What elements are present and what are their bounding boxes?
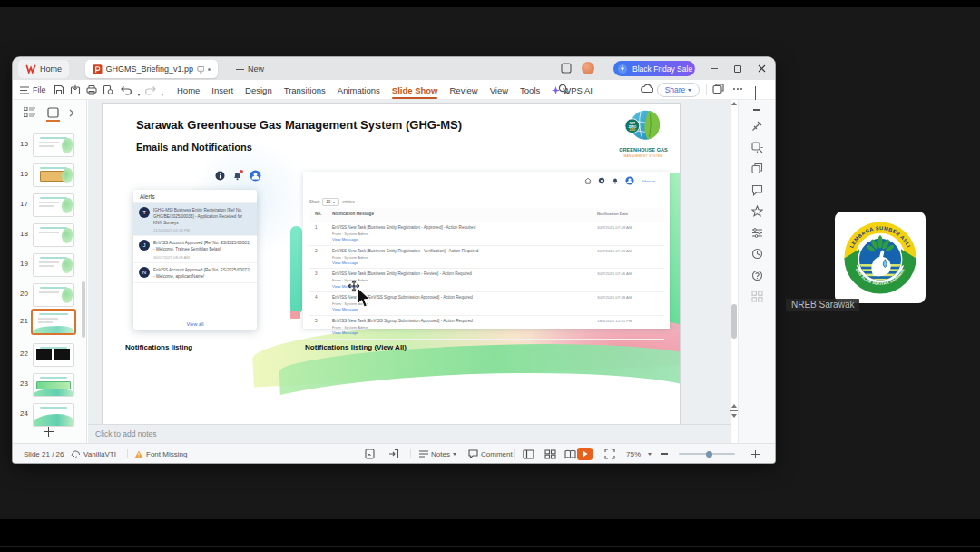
slide-counter[interactable]: Slide 21 / 26	[24, 444, 64, 464]
comment-button[interactable]: Comment	[468, 444, 513, 464]
next-slide-button[interactable]	[731, 414, 737, 418]
task-pane-icon[interactable]	[365, 444, 375, 464]
status-bar: Slide 21 / 26 VanillaVTI Font Missing No…	[13, 443, 775, 463]
warning-icon	[134, 450, 143, 458]
tab-preview-icon[interactable]	[561, 63, 572, 74]
properties-sliders-icon[interactable]	[751, 227, 763, 239]
account-avatar[interactable]	[582, 62, 594, 74]
switch-window-icon[interactable]	[712, 84, 724, 94]
slideshow-play-button[interactable]	[577, 448, 593, 460]
animation-pane-icon[interactable]	[751, 142, 763, 153]
chevron-down-icon	[332, 202, 336, 203]
font-missing-warning[interactable]: Font Missing	[134, 444, 187, 464]
menu-animations[interactable]: Animations	[338, 85, 380, 95]
import-export-icon[interactable]	[388, 444, 399, 464]
slide-thumbnail-19[interactable]: 19	[13, 252, 86, 280]
minimize-button[interactable]	[706, 61, 721, 76]
previous-slide-button[interactable]	[731, 404, 737, 408]
slide-thumbnail-18[interactable]: 18	[13, 222, 86, 250]
document-vertical-scrollbar[interactable]	[731, 100, 737, 424]
document-tab[interactable]: GHGMS_Briefing_v1.pptx	[85, 60, 218, 78]
slide-thumbnail-panel: 15 16 17 18 19 20	[13, 100, 87, 443]
fit-slide-button[interactable]	[604, 444, 615, 464]
slide-21[interactable]: Sarawak Greenhouse Gas Management System…	[102, 103, 681, 424]
notes-toggle-button[interactable]: Notes	[419, 444, 456, 464]
slide-sorter-view-button[interactable]	[544, 444, 556, 464]
output-button[interactable]	[69, 84, 82, 96]
slide-title[interactable]: Sarawak Greenhouse Gas Management System…	[136, 118, 462, 132]
menu-review[interactable]: Review	[449, 85, 477, 95]
undo-button[interactable]	[120, 84, 132, 96]
black-friday-sale-button[interactable]: Black Friday Sale	[613, 61, 695, 76]
menu-design[interactable]: Design	[245, 85, 272, 95]
add-slide-button[interactable]	[40, 425, 56, 438]
collapse-pane-icon[interactable]	[753, 109, 760, 111]
slide-thumbnail-15[interactable]: 15	[13, 133, 86, 160]
cloud-sync-icon[interactable]	[641, 84, 653, 94]
slide-subtitle[interactable]: Emails and Notifications	[136, 142, 252, 153]
caption-notifications-listing-view-all[interactable]: Notifications listing (View All)	[305, 343, 407, 351]
zoom-slider-knob[interactable]	[706, 451, 712, 458]
caption-notifications-listing[interactable]: Notifications listing	[125, 343, 192, 351]
slide-thumbnail-22[interactable]: 22	[13, 342, 86, 370]
ghg-ms-logo[interactable]: NET ZERO 2050 GREENHOUSE GAS MANAGEMENT …	[616, 108, 671, 168]
participant-video-tile[interactable]: LEMBAGA SUMBER ASLI DAN ALAM SEKITAR SAR…	[835, 212, 926, 303]
reading-view-button[interactable]	[564, 444, 576, 464]
slide-thumbnail-23[interactable]: 23	[13, 372, 86, 399]
notes-input-area[interactable]: Click to add notes	[88, 424, 731, 443]
search-icon[interactable]	[558, 84, 569, 94]
maximize-button[interactable]	[730, 61, 745, 76]
menu-insert[interactable]: Insert	[211, 85, 233, 95]
thumbnail-scrollbar[interactable]	[82, 281, 85, 338]
zoom-level[interactable]: 75%	[626, 444, 641, 464]
theme-indicator[interactable]: VanillaVTI	[71, 444, 116, 464]
file-menu-button[interactable]: File	[20, 80, 46, 100]
close-button[interactable]	[754, 61, 769, 76]
slide-thumbnail-21-selected[interactable]: 21	[13, 310, 86, 337]
outline-view-icon[interactable]	[24, 107, 35, 118]
slide-thumbnail-image	[33, 133, 74, 157]
design-tools-icon[interactable]	[751, 120, 763, 132]
share-button[interactable]: Share	[657, 83, 700, 97]
right-tool-rail	[738, 100, 775, 443]
sync-status-icon[interactable]	[197, 65, 205, 74]
collapse-panel-chevron-icon[interactable]	[69, 109, 74, 117]
print-preview-button[interactable]	[102, 84, 114, 96]
more-options-icon[interactable]	[733, 88, 742, 90]
zoom-in-button[interactable]	[751, 444, 760, 464]
scroll-up-arrow[interactable]	[731, 102, 737, 105]
help-icon[interactable]	[751, 270, 763, 281]
favorites-star-icon[interactable]	[751, 205, 763, 217]
zoom-caret[interactable]	[648, 444, 652, 464]
slide-thumbnail-17[interactable]: 17	[13, 192, 86, 220]
slide-number: 15	[13, 140, 28, 148]
apps-grid-icon[interactable]	[751, 291, 763, 302]
menu-home[interactable]: Home	[177, 85, 200, 95]
view-all-link: View all	[133, 321, 257, 327]
redo-dropdown-caret[interactable]	[156, 88, 169, 101]
lightning-icon	[618, 64, 627, 74]
print-button[interactable]	[85, 84, 98, 96]
scrollbar-thumb[interactable]	[731, 304, 737, 339]
slide-thumbnail-20[interactable]: 20	[13, 282, 86, 310]
comment-pane-icon[interactable]	[751, 184, 763, 196]
share-label: Share	[665, 85, 686, 94]
history-clock-icon[interactable]	[751, 248, 763, 260]
menu-tools[interactable]: Tools	[520, 85, 540, 95]
slide-thumbnail-16[interactable]: 16	[13, 163, 86, 190]
thumbnail-view-icon[interactable]	[47, 107, 59, 118]
menu-view[interactable]: View	[490, 85, 508, 95]
redo-button[interactable]	[143, 84, 156, 96]
normal-view-button[interactable]	[523, 444, 534, 464]
background-teal-strip	[290, 226, 302, 314]
home-tab[interactable]: Home	[18, 60, 69, 78]
alerts-dropdown-screenshot[interactable]: Alerts T [GHG-MS] Business Entity Regist…	[133, 190, 257, 330]
settings-icon	[598, 177, 605, 184]
save-button[interactable]	[53, 84, 65, 96]
menu-slide-show[interactable]: Slide Show	[392, 85, 438, 95]
new-tab-button[interactable]: New	[230, 60, 270, 78]
shapes-icon[interactable]	[751, 163, 763, 174]
zoom-slider[interactable]	[679, 453, 735, 455]
zoom-out-button[interactable]	[661, 444, 668, 464]
menu-transitions[interactable]: Transitions	[284, 85, 326, 95]
